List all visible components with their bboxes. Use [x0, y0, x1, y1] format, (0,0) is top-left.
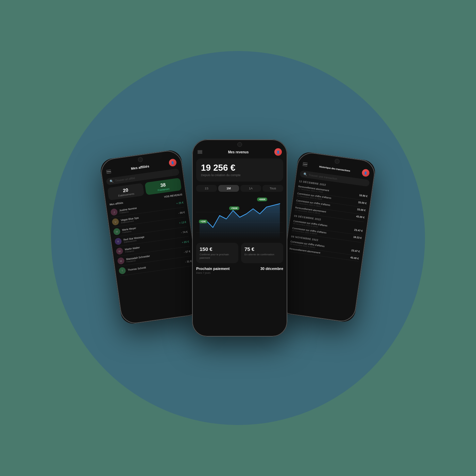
stat-freelances: 38 Freelances: [144, 178, 182, 195]
tab-1a[interactable]: 1A: [240, 185, 261, 192]
confirmed-amount: 150 €: [200, 246, 235, 252]
pending-label: En attente de confirmation: [244, 253, 280, 256]
tab-tous[interactable]: Tous: [262, 185, 283, 192]
revenue-chart: +20€ +500€ +800€: [196, 195, 283, 239]
affiliate-avatar: W: [116, 247, 123, 255]
prochain-sub: Dans 7 jours: [196, 271, 230, 274]
revenue-card: 19 256 € Depuis la création du compte: [196, 158, 283, 182]
chart-label-20: +20€: [199, 220, 208, 223]
pending-amount: 75 €: [244, 246, 280, 252]
affiliate-amount: - 66 €: [178, 210, 185, 215]
affiliate-avatar: M: [117, 257, 125, 265]
chart-label-500: +500€: [229, 206, 239, 210]
title-left: Mes affiliés: [131, 164, 149, 170]
screen-left: Mes affiliés 👤 🔍 Trouver un affilié 20 É…: [99, 149, 203, 325]
bottom-card-confirmed: 150 € Confirmé pour le prochain paiement: [196, 243, 238, 263]
affiliate-amount: + 13 €: [179, 220, 186, 224]
search-icon-right: 🔍: [303, 172, 307, 176]
affiliate-amount: - 57 €: [184, 250, 190, 254]
transaction-amount: 18.23 €: [353, 235, 362, 241]
header-center: Mes revenus 👤: [196, 146, 283, 158]
phone-right: Historique des transactions 👤 🔍 Trouver …: [276, 151, 377, 323]
affiliate-amount: + 85 €: [182, 240, 189, 244]
affiliate-avatar: R: [114, 238, 122, 245]
svg-marker-3: [200, 204, 280, 239]
revenue-subtitle: Depuis la création du compte: [201, 173, 278, 177]
phone-left: Mes affiliés 👤 🔍 Trouver un affilié 20 É…: [99, 149, 203, 325]
phone-center: Mes revenus 👤 19 256 € Depuis la créatio…: [192, 139, 287, 337]
affiliate-avatar: J: [110, 208, 118, 216]
affiliate-avatar: T: [118, 267, 126, 275]
background-circle: Mes affiliés 👤 🔍 Trouver un affilié 20 É…: [51, 51, 425, 425]
transaction-amount: 23.47 €: [354, 228, 363, 234]
affiliate-amount: + 25 €: [176, 201, 184, 205]
affilies-col-label: Mes affiliés: [109, 201, 123, 206]
avatar-right[interactable]: 👤: [361, 169, 370, 177]
menu-icon-left[interactable]: [106, 170, 111, 174]
screen-center: Mes revenus 👤 19 256 € Depuis la créatio…: [192, 139, 287, 337]
payment-row: Prochain paiement Dans 7 jours 30 décemb…: [196, 267, 283, 274]
phones-container: Mes affiliés 👤 🔍 Trouver un affilié 20 É…: [104, 139, 372, 337]
avatar-center[interactable]: 👤: [274, 148, 282, 156]
chart-label-800: +800€: [257, 198, 267, 201]
tab-1m[interactable]: 1M: [218, 185, 239, 192]
stat-etablissements: 20 Établissements: [107, 183, 144, 200]
bottom-card-pending: 75 € En attente de confirmation: [241, 243, 283, 263]
transaction-list: 12 DÉCEMBRE 2022 Renouvellement abonneme…: [289, 180, 369, 261]
period-tabs: 1S 1M 1A Tous: [196, 185, 283, 192]
bottom-cards: 150 € Confirmé pour le prochain paiement…: [196, 243, 283, 263]
search-placeholder-left: Trouver un affilié: [115, 176, 135, 182]
transaction-amount: 18.90 €: [359, 193, 368, 199]
menu-icon-right[interactable]: [303, 162, 308, 166]
affiliate-avatar: M: [113, 228, 121, 236]
title-center: Mes revenus: [228, 150, 249, 154]
transaction-amount: 43.40 €: [350, 256, 359, 260]
tab-1s[interactable]: 1S: [196, 185, 217, 192]
revenue-amount: 19 256 €: [201, 163, 278, 172]
affiliate-amount: - 74 €: [181, 230, 188, 234]
phone-notch-center: [237, 142, 242, 147]
transaction-amount: 33.00 €: [357, 208, 366, 214]
avatar-left[interactable]: 👤: [169, 158, 177, 167]
prochain-date: 30 décembre: [260, 267, 283, 271]
transaction-amount: 23.47 €: [351, 249, 360, 255]
confirmed-label: Confirmé pour le prochain paiement: [200, 253, 235, 260]
title-right: Historique des transactions: [319, 165, 350, 172]
affiliate-avatar: V: [112, 218, 119, 226]
screen-right: Historique des transactions 👤 🔍 Trouver …: [276, 151, 377, 323]
search-icon-left: 🔍: [109, 179, 114, 183]
menu-icon-center[interactable]: [198, 150, 202, 154]
transaction-amount: 33.00 €: [358, 201, 367, 206]
prochain-label: Prochain paiement: [196, 267, 230, 271]
transaction-amount: 43.00 €: [356, 215, 365, 221]
affiliate-amount: - 31 €: [185, 259, 192, 264]
affiliate-list: J Justine Nomine Freelance + 25 € V Vega…: [110, 198, 192, 276]
